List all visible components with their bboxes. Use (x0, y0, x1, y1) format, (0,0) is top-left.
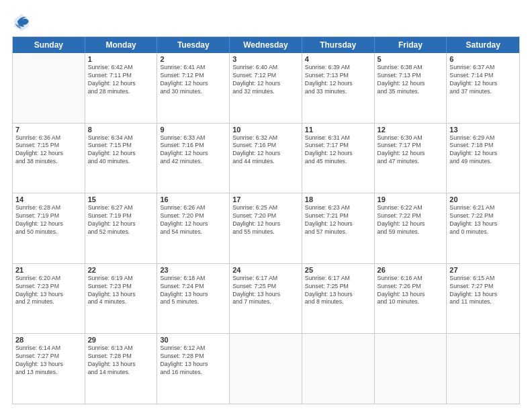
day-number: 6 (449, 55, 517, 63)
day-number: 12 (378, 126, 444, 134)
day-info: Sunrise: 6:38 AM Sunset: 7:13 PM Dayligh… (378, 64, 444, 96)
day-info: Sunrise: 6:22 AM Sunset: 7:22 PM Dayligh… (378, 204, 444, 236)
day-cell-20: 20Sunrise: 6:21 AM Sunset: 7:22 PM Dayli… (447, 193, 519, 263)
day-info: Sunrise: 6:13 AM Sunset: 7:28 PM Dayligh… (88, 345, 154, 377)
day-cell-5: 5Sunrise: 6:38 AM Sunset: 7:13 PM Daylig… (375, 53, 447, 123)
calendar: SundayMondayTuesdayWednesdayThursdayFrid… (12, 36, 520, 404)
day-info: Sunrise: 6:16 AM Sunset: 7:26 PM Dayligh… (378, 275, 444, 307)
day-number: 28 (15, 336, 82, 344)
day-info: Sunrise: 6:40 AM Sunset: 7:12 PM Dayligh… (232, 64, 299, 96)
calendar-row-0: 1Sunrise: 6:42 AM Sunset: 7:11 PM Daylig… (13, 53, 519, 124)
day-info: Sunrise: 6:26 AM Sunset: 7:20 PM Dayligh… (160, 204, 226, 236)
day-info: Sunrise: 6:36 AM Sunset: 7:15 PM Dayligh… (15, 134, 82, 167)
header-cell-sunday: Sunday (13, 37, 85, 53)
day-number: 8 (88, 126, 154, 134)
day-number: 21 (15, 266, 82, 274)
day-info: Sunrise: 6:28 AM Sunset: 7:19 PM Dayligh… (15, 204, 82, 236)
day-number: 3 (232, 55, 299, 63)
day-number: 2 (160, 55, 226, 63)
header-cell-wednesday: Wednesday (230, 37, 302, 53)
day-info: Sunrise: 6:23 AM Sunset: 7:21 PM Dayligh… (305, 204, 371, 236)
header-cell-thursday: Thursday (302, 37, 375, 53)
day-cell-4: 4Sunrise: 6:39 AM Sunset: 7:13 PM Daylig… (302, 53, 375, 123)
day-cell-29: 29Sunrise: 6:13 AM Sunset: 7:28 PM Dayli… (85, 334, 158, 404)
empty-cell (447, 334, 519, 404)
day-number: 30 (160, 336, 226, 344)
day-number: 29 (88, 336, 154, 344)
day-cell-24: 24Sunrise: 6:17 AM Sunset: 7:25 PM Dayli… (230, 264, 302, 334)
day-info: Sunrise: 6:18 AM Sunset: 7:24 PM Dayligh… (160, 275, 226, 307)
calendar-body: 1Sunrise: 6:42 AM Sunset: 7:11 PM Daylig… (13, 53, 519, 404)
calendar-row-2: 14Sunrise: 6:28 AM Sunset: 7:19 PM Dayli… (13, 193, 519, 264)
day-cell-2: 2Sunrise: 6:41 AM Sunset: 7:12 PM Daylig… (157, 53, 230, 123)
empty-cell (375, 334, 447, 404)
day-cell-18: 18Sunrise: 6:23 AM Sunset: 7:21 PM Dayli… (302, 193, 375, 263)
day-number: 23 (160, 266, 226, 274)
day-info: Sunrise: 6:15 AM Sunset: 7:27 PM Dayligh… (449, 275, 517, 307)
day-cell-7: 7Sunrise: 6:36 AM Sunset: 7:15 PM Daylig… (13, 124, 85, 193)
day-number: 24 (232, 266, 299, 274)
day-cell-21: 21Sunrise: 6:20 AM Sunset: 7:23 PM Dayli… (13, 264, 85, 334)
logo (12, 12, 34, 31)
empty-cell (230, 334, 302, 404)
day-number: 14 (15, 195, 82, 203)
day-info: Sunrise: 6:41 AM Sunset: 7:12 PM Dayligh… (160, 64, 226, 96)
day-info: Sunrise: 6:17 AM Sunset: 7:25 PM Dayligh… (305, 275, 371, 307)
header (12, 12, 520, 31)
day-number: 7 (15, 126, 82, 134)
day-info: Sunrise: 6:20 AM Sunset: 7:23 PM Dayligh… (15, 275, 82, 307)
calendar-row-4: 28Sunrise: 6:14 AM Sunset: 7:27 PM Dayli… (13, 334, 519, 404)
day-cell-28: 28Sunrise: 6:14 AM Sunset: 7:27 PM Dayli… (13, 334, 85, 404)
day-number: 15 (88, 195, 154, 203)
day-number: 9 (160, 126, 226, 134)
day-number: 10 (232, 126, 299, 134)
day-cell-14: 14Sunrise: 6:28 AM Sunset: 7:19 PM Dayli… (13, 193, 85, 263)
day-number: 27 (449, 266, 517, 274)
day-cell-9: 9Sunrise: 6:33 AM Sunset: 7:16 PM Daylig… (157, 124, 230, 193)
day-cell-25: 25Sunrise: 6:17 AM Sunset: 7:25 PM Dayli… (302, 264, 375, 334)
day-number: 1 (88, 55, 154, 63)
day-cell-1: 1Sunrise: 6:42 AM Sunset: 7:11 PM Daylig… (85, 53, 158, 123)
day-cell-13: 13Sunrise: 6:29 AM Sunset: 7:18 PM Dayli… (447, 124, 519, 193)
day-number: 4 (305, 55, 371, 63)
day-cell-22: 22Sunrise: 6:19 AM Sunset: 7:23 PM Dayli… (85, 264, 158, 334)
calendar-row-3: 21Sunrise: 6:20 AM Sunset: 7:23 PM Dayli… (13, 264, 519, 334)
day-number: 22 (88, 266, 154, 274)
day-cell-19: 19Sunrise: 6:22 AM Sunset: 7:22 PM Dayli… (375, 193, 447, 263)
calendar-header: SundayMondayTuesdayWednesdayThursdayFrid… (13, 37, 519, 53)
day-number: 26 (378, 266, 444, 274)
day-cell-23: 23Sunrise: 6:18 AM Sunset: 7:24 PM Dayli… (157, 264, 230, 334)
day-cell-26: 26Sunrise: 6:16 AM Sunset: 7:26 PM Dayli… (375, 264, 447, 334)
day-info: Sunrise: 6:33 AM Sunset: 7:16 PM Dayligh… (160, 134, 226, 167)
day-cell-6: 6Sunrise: 6:37 AM Sunset: 7:14 PM Daylig… (447, 53, 519, 123)
day-cell-12: 12Sunrise: 6:30 AM Sunset: 7:17 PM Dayli… (375, 124, 447, 193)
day-info: Sunrise: 6:17 AM Sunset: 7:25 PM Dayligh… (232, 275, 299, 307)
calendar-row-1: 7Sunrise: 6:36 AM Sunset: 7:15 PM Daylig… (13, 124, 519, 194)
day-info: Sunrise: 6:42 AM Sunset: 7:11 PM Dayligh… (88, 64, 154, 96)
day-number: 13 (449, 126, 517, 134)
day-cell-30: 30Sunrise: 6:12 AM Sunset: 7:28 PM Dayli… (157, 334, 230, 404)
day-number: 5 (378, 55, 444, 63)
page: SundayMondayTuesdayWednesdayThursdayFrid… (0, 0, 532, 411)
empty-cell (302, 334, 375, 404)
day-info: Sunrise: 6:39 AM Sunset: 7:13 PM Dayligh… (305, 64, 371, 96)
day-info: Sunrise: 6:34 AM Sunset: 7:15 PM Dayligh… (88, 134, 154, 167)
day-cell-3: 3Sunrise: 6:40 AM Sunset: 7:12 PM Daylig… (230, 53, 302, 123)
day-number: 17 (232, 195, 299, 203)
day-info: Sunrise: 6:30 AM Sunset: 7:17 PM Dayligh… (378, 134, 444, 167)
day-cell-11: 11Sunrise: 6:31 AM Sunset: 7:17 PM Dayli… (302, 124, 375, 193)
day-cell-15: 15Sunrise: 6:27 AM Sunset: 7:19 PM Dayli… (85, 193, 158, 263)
day-info: Sunrise: 6:14 AM Sunset: 7:27 PM Dayligh… (15, 345, 82, 377)
header-cell-tuesday: Tuesday (157, 37, 230, 53)
day-cell-27: 27Sunrise: 6:15 AM Sunset: 7:27 PM Dayli… (447, 264, 519, 334)
day-number: 25 (305, 266, 371, 274)
empty-cell (13, 53, 85, 123)
header-cell-friday: Friday (375, 37, 447, 53)
day-number: 19 (378, 195, 444, 203)
day-cell-17: 17Sunrise: 6:25 AM Sunset: 7:20 PM Dayli… (230, 193, 302, 263)
day-info: Sunrise: 6:32 AM Sunset: 7:16 PM Dayligh… (232, 134, 299, 167)
day-info: Sunrise: 6:25 AM Sunset: 7:20 PM Dayligh… (232, 204, 299, 236)
day-cell-10: 10Sunrise: 6:32 AM Sunset: 7:16 PM Dayli… (230, 124, 302, 193)
day-number: 18 (305, 195, 371, 203)
day-info: Sunrise: 6:27 AM Sunset: 7:19 PM Dayligh… (88, 204, 154, 236)
